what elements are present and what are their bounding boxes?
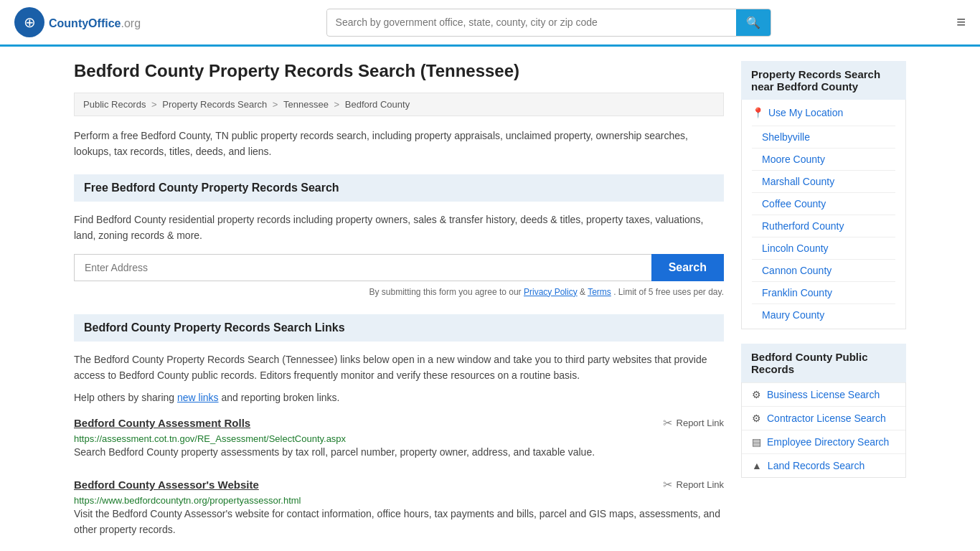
sidebar-item-moore-county[interactable]: Moore County [752,148,895,170]
use-my-location-link[interactable]: 📍 Use My Location [752,107,895,118]
free-search-title: Free Bedford County Property Records Sea… [74,174,724,202]
breadcrumb: Public Records > Property Records Search… [74,93,724,116]
sidebar-item-franklin-county[interactable]: Franklin County [752,281,895,303]
sidebar: Property Records Search near Bedford Cou… [741,61,906,551]
free-search-section: Free Bedford County Property Records Sea… [74,174,724,297]
sidebar-land-records[interactable]: ▲ Land Records Search [742,453,905,477]
breadcrumb-bedford-county[interactable]: Bedford County [345,99,410,110]
report-link-button-1[interactable]: ✂ Report Link [663,478,724,491]
sidebar-public-records-links: ⚙ Business License Search ⚙ Contractor L… [741,382,906,478]
breadcrumb-public-records[interactable]: Public Records [83,99,146,110]
report-link-button-0[interactable]: ✂ Report Link [663,416,724,430]
sidebar-contractor-license[interactable]: ⚙ Contractor License Search [742,406,905,430]
sidebar-item-rutherford-county[interactable]: Rutherford County [752,215,895,237]
sidebar-business-license[interactable]: ⚙ Business License Search [742,382,905,406]
address-input[interactable] [74,254,651,281]
location-pin-icon: 📍 [752,107,764,118]
breadcrumb-property-records[interactable]: Property Records Search [162,99,267,110]
main-container: Bedford County Property Records Search (… [60,47,920,551]
free-search-description: Find Bedford County residential property… [74,212,724,244]
global-search-bar[interactable]: 🔍 [326,9,771,37]
links-description: The Bedford County Property Records Sear… [74,352,724,384]
record-link-title-0[interactable]: Bedford County Assessment Rolls [74,417,250,429]
sidebar-employee-directory[interactable]: ▤ Employee Directory Search [742,430,905,453]
site-header: ⊕ CountyOffice.org 🔍 ≡ [0,0,980,47]
global-search-input[interactable] [327,10,736,34]
record-url-1[interactable]: https://www.bedfordcountytn.org/property… [74,495,301,506]
sidebar-public-records-title: Bedford County Public Records [741,344,906,382]
new-links-link[interactable]: new links [177,392,219,403]
form-disclaimer: By submitting this form you agree to our… [74,287,724,297]
list-icon: ▤ [752,436,761,448]
logo-text: CountyOffice.org [49,14,141,31]
sidebar-public-records-box: Bedford County Public Records ⚙ Business… [741,344,906,478]
sidebar-item-cannon-county[interactable]: Cannon County [752,259,895,281]
report-link-icon-1: ✂ [663,478,672,491]
breadcrumb-tennessee[interactable]: Tennessee [283,99,329,110]
global-search-button[interactable]: 🔍 [736,9,771,36]
sidebar-item-coffee-county[interactable]: Coffee County [752,192,895,215]
page-description: Perform a free Bedford County, TN public… [74,128,724,160]
record-link-item: Bedford County Assessor's Website ✂ Repo… [74,478,724,541]
sidebar-location: 📍 Use My Location Shelbyville Moore Coun… [741,100,906,329]
gear-icon-2: ⚙ [752,413,761,424]
address-search-form: Search [74,254,724,281]
privacy-policy-link[interactable]: Privacy Policy [524,287,578,297]
sidebar-nearby-title: Property Records Search near Bedford Cou… [741,61,906,100]
record-link-item: Bedford County Assessment Rolls ✂ Report… [74,416,724,463]
record-desc-0: Search Bedford County property assessmen… [74,444,724,460]
sidebar-item-shelbyville[interactable]: Shelbyville [752,126,895,148]
sharing-text: Help others by sharing new links and rep… [74,392,724,403]
terms-link[interactable]: Terms [588,287,611,297]
report-link-icon-0: ✂ [663,416,672,430]
gear-icon: ⚙ [752,389,761,400]
logo-area: ⊕ CountyOffice.org [14,7,141,37]
logo-icon: ⊕ [14,7,44,37]
sidebar-nearby-box: Property Records Search near Bedford Cou… [741,61,906,329]
record-link-title-1[interactable]: Bedford County Assessor's Website [74,479,259,491]
record-desc-1: Visit the Bedford County Assessor's webs… [74,506,724,538]
sidebar-item-lincoln-county[interactable]: Lincoln County [752,237,895,259]
main-content: Bedford County Property Records Search (… [74,61,724,551]
menu-icon[interactable]: ≡ [956,13,966,32]
record-url-0[interactable]: https://assessment.cot.tn.gov/RE_Assessm… [74,433,346,444]
address-search-button[interactable]: Search [651,254,724,281]
sidebar-item-marshall-county[interactable]: Marshall County [752,170,895,192]
page-title: Bedford County Property Records Search (… [74,61,724,81]
links-section: Bedford County Property Records Search L… [74,314,724,541]
links-section-title: Bedford County Property Records Search L… [74,314,724,342]
sidebar-item-maury-county[interactable]: Maury County [752,303,895,326]
land-icon: ▲ [752,460,762,471]
